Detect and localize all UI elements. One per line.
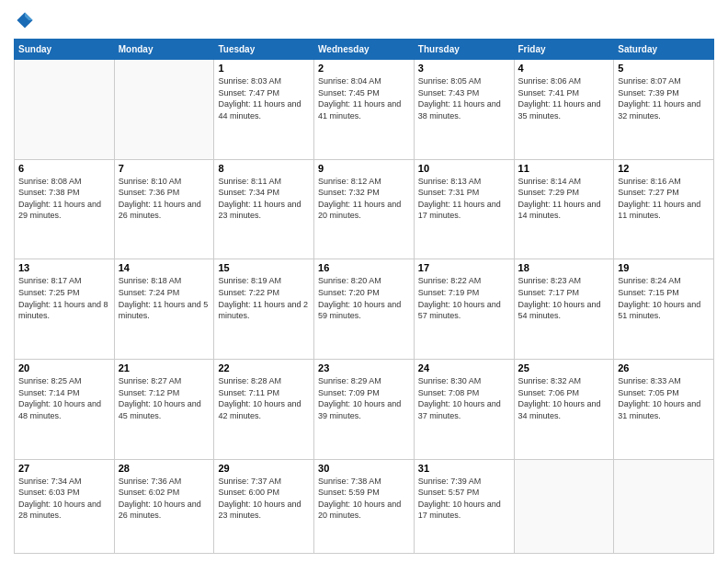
day-cell: 16Sunrise: 8:20 AM Sunset: 7:20 PM Dayli… <box>314 259 415 360</box>
weekday-friday: Friday <box>514 40 614 60</box>
day-info: Sunrise: 8:16 AM Sunset: 7:27 PM Dayligh… <box>618 176 710 222</box>
page: SundayMondayTuesdayWednesdayThursdayFrid… <box>0 0 728 563</box>
day-number: 5 <box>618 63 710 74</box>
day-info: Sunrise: 8:10 AM Sunset: 7:36 PM Dayligh… <box>119 176 210 222</box>
day-info: Sunrise: 8:11 AM Sunset: 7:34 PM Dayligh… <box>218 176 310 222</box>
day-cell: 19Sunrise: 8:24 AM Sunset: 7:15 PM Dayli… <box>614 259 714 360</box>
day-number: 23 <box>318 362 410 373</box>
day-cell: 14Sunrise: 8:18 AM Sunset: 7:24 PM Dayli… <box>114 259 214 360</box>
day-info: Sunrise: 7:38 AM Sunset: 5:59 PM Dayligh… <box>318 476 410 522</box>
day-cell: 5Sunrise: 8:07 AM Sunset: 7:39 PM Daylig… <box>614 60 714 160</box>
day-info: Sunrise: 8:29 AM Sunset: 7:09 PM Dayligh… <box>318 375 410 421</box>
day-cell: 8Sunrise: 8:11 AM Sunset: 7:34 PM Daylig… <box>214 159 314 259</box>
day-number: 29 <box>218 463 310 474</box>
day-cell: 12Sunrise: 8:16 AM Sunset: 7:27 PM Dayli… <box>614 159 714 259</box>
day-cell <box>614 459 714 553</box>
day-info: Sunrise: 8:14 AM Sunset: 7:29 PM Dayligh… <box>518 176 610 222</box>
day-number: 9 <box>318 163 410 174</box>
logo <box>14 9 40 31</box>
day-cell: 23Sunrise: 8:29 AM Sunset: 7:09 PM Dayli… <box>314 360 415 460</box>
day-number: 6 <box>18 163 110 174</box>
weekday-sunday: Sunday <box>15 40 115 60</box>
day-info: Sunrise: 8:06 AM Sunset: 7:41 PM Dayligh… <box>518 75 610 121</box>
day-cell: 17Sunrise: 8:22 AM Sunset: 7:19 PM Dayli… <box>414 259 514 360</box>
day-cell: 6Sunrise: 8:08 AM Sunset: 7:38 PM Daylig… <box>15 159 115 259</box>
day-info: Sunrise: 7:39 AM Sunset: 5:57 PM Dayligh… <box>418 476 510 522</box>
day-info: Sunrise: 8:27 AM Sunset: 7:12 PM Dayligh… <box>119 375 210 421</box>
day-info: Sunrise: 8:32 AM Sunset: 7:06 PM Dayligh… <box>518 375 610 421</box>
week-row-4: 20Sunrise: 8:25 AM Sunset: 7:14 PM Dayli… <box>15 360 714 460</box>
day-number: 31 <box>418 463 510 474</box>
day-cell: 26Sunrise: 8:33 AM Sunset: 7:05 PM Dayli… <box>614 360 714 460</box>
day-number: 28 <box>119 463 210 474</box>
day-info: Sunrise: 7:37 AM Sunset: 6:00 PM Dayligh… <box>218 476 310 522</box>
day-info: Sunrise: 8:28 AM Sunset: 7:11 PM Dayligh… <box>218 375 310 421</box>
day-number: 10 <box>418 163 510 174</box>
day-number: 26 <box>618 362 710 373</box>
day-cell <box>15 60 115 160</box>
day-number: 11 <box>518 163 610 174</box>
day-number: 17 <box>418 262 510 273</box>
day-cell: 2Sunrise: 8:04 AM Sunset: 7:45 PM Daylig… <box>314 60 415 160</box>
day-number: 8 <box>218 163 310 174</box>
day-number: 20 <box>18 362 110 373</box>
day-info: Sunrise: 8:22 AM Sunset: 7:19 PM Dayligh… <box>418 275 510 321</box>
day-info: Sunrise: 8:20 AM Sunset: 7:20 PM Dayligh… <box>318 275 410 321</box>
day-info: Sunrise: 8:25 AM Sunset: 7:14 PM Dayligh… <box>18 375 110 421</box>
day-cell: 9Sunrise: 8:12 AM Sunset: 7:32 PM Daylig… <box>314 159 415 259</box>
day-cell: 13Sunrise: 8:17 AM Sunset: 7:25 PM Dayli… <box>15 259 115 360</box>
day-number: 4 <box>518 63 610 74</box>
day-cell: 25Sunrise: 8:32 AM Sunset: 7:06 PM Dayli… <box>514 360 614 460</box>
day-number: 24 <box>418 362 510 373</box>
day-cell: 30Sunrise: 7:38 AM Sunset: 5:59 PM Dayli… <box>314 459 415 553</box>
day-cell: 31Sunrise: 7:39 AM Sunset: 5:57 PM Dayli… <box>414 459 514 553</box>
day-cell: 27Sunrise: 7:34 AM Sunset: 6:03 PM Dayli… <box>15 459 115 553</box>
day-cell: 3Sunrise: 8:05 AM Sunset: 7:43 PM Daylig… <box>414 60 514 160</box>
day-info: Sunrise: 8:18 AM Sunset: 7:24 PM Dayligh… <box>119 275 210 321</box>
day-number: 21 <box>119 362 210 373</box>
calendar-header: SundayMondayTuesdayWednesdayThursdayFrid… <box>15 40 714 60</box>
day-number: 1 <box>218 63 310 74</box>
weekday-wednesday: Wednesday <box>314 40 415 60</box>
day-info: Sunrise: 8:24 AM Sunset: 7:15 PM Dayligh… <box>618 275 710 321</box>
day-cell: 1Sunrise: 8:03 AM Sunset: 7:47 PM Daylig… <box>214 60 314 160</box>
day-info: Sunrise: 8:05 AM Sunset: 7:43 PM Dayligh… <box>418 75 510 121</box>
weekday-row: SundayMondayTuesdayWednesdayThursdayFrid… <box>15 40 714 60</box>
weekday-saturday: Saturday <box>614 40 714 60</box>
day-number: 14 <box>119 262 210 273</box>
day-cell: 29Sunrise: 7:37 AM Sunset: 6:00 PM Dayli… <box>214 459 314 553</box>
day-cell: 20Sunrise: 8:25 AM Sunset: 7:14 PM Dayli… <box>15 360 115 460</box>
weekday-thursday: Thursday <box>414 40 514 60</box>
day-info: Sunrise: 8:17 AM Sunset: 7:25 PM Dayligh… <box>18 275 110 321</box>
day-number: 16 <box>318 262 410 273</box>
day-info: Sunrise: 8:03 AM Sunset: 7:47 PM Dayligh… <box>218 75 310 121</box>
day-cell <box>114 60 214 160</box>
day-info: Sunrise: 8:30 AM Sunset: 7:08 PM Dayligh… <box>418 375 510 421</box>
day-cell: 4Sunrise: 8:06 AM Sunset: 7:41 PM Daylig… <box>514 60 614 160</box>
header <box>14 9 714 31</box>
day-cell: 18Sunrise: 8:23 AM Sunset: 7:17 PM Dayli… <box>514 259 614 360</box>
day-info: Sunrise: 8:07 AM Sunset: 7:39 PM Dayligh… <box>618 75 710 121</box>
calendar-body: 1Sunrise: 8:03 AM Sunset: 7:47 PM Daylig… <box>15 60 714 554</box>
week-row-1: 1Sunrise: 8:03 AM Sunset: 7:47 PM Daylig… <box>15 60 714 160</box>
day-number: 13 <box>18 262 110 273</box>
day-number: 7 <box>119 163 210 174</box>
week-row-3: 13Sunrise: 8:17 AM Sunset: 7:25 PM Dayli… <box>15 259 714 360</box>
day-info: Sunrise: 8:04 AM Sunset: 7:45 PM Dayligh… <box>318 75 410 121</box>
day-number: 12 <box>618 163 710 174</box>
week-row-5: 27Sunrise: 7:34 AM Sunset: 6:03 PM Dayli… <box>15 459 714 553</box>
day-info: Sunrise: 8:23 AM Sunset: 7:17 PM Dayligh… <box>518 275 610 321</box>
calendar: SundayMondayTuesdayWednesdayThursdayFrid… <box>14 39 714 554</box>
logo-icon <box>14 9 36 31</box>
day-info: Sunrise: 8:13 AM Sunset: 7:31 PM Dayligh… <box>418 176 510 222</box>
day-number: 19 <box>618 262 710 273</box>
day-cell: 22Sunrise: 8:28 AM Sunset: 7:11 PM Dayli… <box>214 360 314 460</box>
day-info: Sunrise: 8:33 AM Sunset: 7:05 PM Dayligh… <box>618 375 710 421</box>
day-info: Sunrise: 8:19 AM Sunset: 7:22 PM Dayligh… <box>218 275 310 321</box>
day-cell: 28Sunrise: 7:36 AM Sunset: 6:02 PM Dayli… <box>114 459 214 553</box>
weekday-monday: Monday <box>114 40 214 60</box>
weekday-tuesday: Tuesday <box>214 40 314 60</box>
day-cell: 10Sunrise: 8:13 AM Sunset: 7:31 PM Dayli… <box>414 159 514 259</box>
day-number: 3 <box>418 63 510 74</box>
day-info: Sunrise: 8:12 AM Sunset: 7:32 PM Dayligh… <box>318 176 410 222</box>
